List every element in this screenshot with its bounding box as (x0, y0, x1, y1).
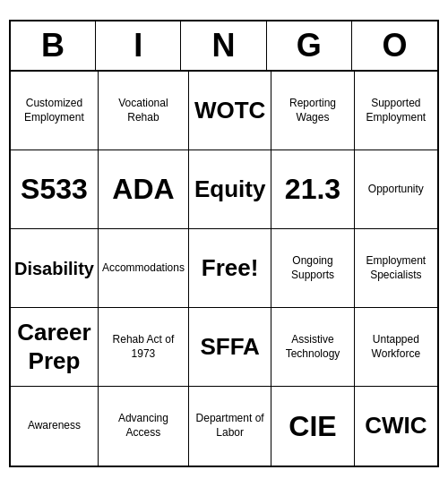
cell-text-1: Vocational Rehab (102, 97, 185, 124)
cell-text-24: CWIC (365, 412, 426, 440)
cell-text-13: Ongoing Supports (275, 254, 349, 282)
bingo-cell-19: Untapped Workforce (355, 308, 437, 387)
bingo-cell-5: S533 (11, 150, 99, 229)
bingo-cell-18: Assistive Technology (271, 308, 354, 387)
bingo-cell-10: Disability (11, 229, 99, 308)
bingo-cell-3: Reporting Wages (271, 72, 354, 150)
cell-text-10: Disability (14, 258, 94, 279)
header-cell-B: B (11, 21, 96, 70)
bingo-grid: Customized EmploymentVocational RehabWOT… (11, 72, 437, 466)
bingo-cell-14: Employment Specialists (355, 229, 437, 308)
cell-text-4: Supported Employment (358, 97, 434, 124)
cell-text-6: ADA (112, 173, 174, 206)
bingo-cell-15: Career Prep (11, 308, 99, 387)
bingo-cell-4: Supported Employment (355, 72, 437, 150)
cell-text-19: Untapped Workforce (358, 333, 434, 361)
header-cell-G: G (267, 21, 352, 70)
bingo-cell-1: Vocational Rehab (99, 72, 189, 150)
bingo-card: BINGO Customized EmploymentVocational Re… (9, 20, 439, 467)
bingo-cell-13: Ongoing Supports (271, 229, 354, 308)
bingo-cell-22: Department of Labor (189, 387, 271, 466)
bingo-cell-23: CIE (271, 387, 354, 466)
cell-text-22: Department of Labor (193, 412, 267, 440)
cell-text-20: Awareness (28, 419, 81, 433)
bingo-cell-2: WOTC (189, 72, 271, 150)
bingo-cell-17: SFFA (189, 308, 271, 387)
cell-text-12: Free! (202, 254, 259, 282)
cell-text-9: Opportunity (368, 183, 424, 197)
cell-text-23: CIE (289, 410, 336, 443)
bingo-cell-24: CWIC (355, 387, 437, 466)
bingo-cell-20: Awareness (11, 387, 99, 466)
cell-text-16: Rehab Act of 1973 (102, 333, 185, 361)
bingo-cell-7: Equity (189, 150, 271, 229)
bingo-cell-0: Customized Employment (11, 72, 99, 150)
cell-text-14: Employment Specialists (358, 254, 434, 282)
cell-text-11: Accommodations (102, 261, 185, 276)
cell-text-3: Reporting Wages (275, 97, 349, 124)
cell-text-7: Equity (194, 175, 265, 203)
bingo-cell-6: ADA (99, 150, 189, 229)
cell-text-21: Advancing Access (102, 412, 185, 440)
cell-text-15: Career Prep (14, 319, 94, 374)
cell-text-0: Customized Employment (14, 97, 94, 124)
bingo-cell-16: Rehab Act of 1973 (99, 308, 189, 387)
cell-text-2: WOTC (194, 97, 265, 124)
bingo-cell-21: Advancing Access (99, 387, 189, 466)
bingo-cell-9: Opportunity (355, 150, 437, 229)
header-cell-N: N (181, 21, 266, 70)
bingo-header: BINGO (11, 21, 437, 72)
cell-text-8: 21.3 (285, 173, 340, 206)
cell-text-5: S533 (21, 173, 88, 206)
bingo-cell-11: Accommodations (99, 229, 189, 308)
header-cell-I: I (96, 21, 181, 70)
bingo-cell-8: 21.3 (271, 150, 354, 229)
cell-text-18: Assistive Technology (275, 333, 349, 361)
header-cell-O: O (352, 21, 437, 70)
bingo-cell-12: Free! (189, 229, 271, 308)
cell-text-17: SFFA (200, 333, 259, 361)
